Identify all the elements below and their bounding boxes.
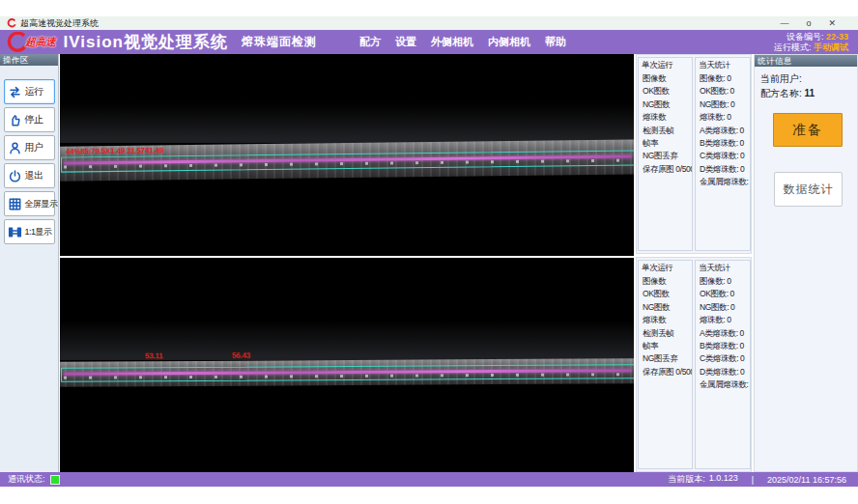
stat-row: B类熔珠数: 0: [696, 137, 750, 150]
measurement-annotation: 56.43: [232, 351, 250, 360]
datetime-value: 2025/02/11 16:57:56: [767, 475, 846, 485]
run-button[interactable]: 运行: [4, 79, 55, 104]
app-subtitle: 熔珠端面检测: [242, 34, 317, 50]
stat-row: 保存原图 0/500: [639, 366, 692, 378]
stat-row: D类熔珠数: 0: [696, 366, 750, 378]
stat-row: NG图丢弃: [639, 150, 692, 162]
stop-button[interactable]: 停止: [4, 107, 55, 132]
os-titlebar: 超高速视觉处理系统 — o ✕: [0, 16, 858, 30]
stat-row: 熔珠数: 0: [696, 111, 750, 124]
stat-row: NG图数: [639, 301, 692, 314]
stats-group-single-run: 单次运行图像数OK图数NG图数熔珠数检测丢帧帧率NG图丢弃保存原图 0/500: [638, 57, 693, 251]
menu-item-outer-camera[interactable]: 外侧相机: [431, 35, 473, 49]
menu-item-recipe[interactable]: 配方: [359, 35, 381, 49]
fullscreen-button[interactable]: 全屏显示: [4, 191, 55, 216]
stat-row: NG图丢弃: [639, 352, 692, 365]
run-icon: [8, 85, 22, 99]
one-to-one-button-label: 1:1显示: [25, 226, 52, 238]
app-header: 超高速 IVision视觉处理系统 熔珠端面检测 配方 设置 外侧相机 内侧相机…: [0, 30, 858, 54]
stat-row: OK图数: 0: [696, 85, 750, 98]
main-menu: 配方 设置 外侧相机 内侧相机 帮助: [359, 35, 566, 49]
stat-row: 帧率: [639, 137, 692, 150]
info-panel-title: 统计信息: [755, 55, 857, 67]
menu-item-inner-camera[interactable]: 内侧相机: [488, 35, 530, 49]
status-separator: |: [752, 475, 754, 485]
stats-group-title: 当天统计: [696, 58, 750, 72]
user-button[interactable]: 用户: [4, 135, 55, 160]
data-statistics-button[interactable]: 数据统计: [774, 172, 843, 207]
stats-group-single-run: 单次运行图像数OK图数NG图数熔珠数检测丢帧帧率NG图丢弃保存原图 0/500: [638, 260, 693, 469]
app-title: IVision视觉处理系统: [64, 31, 228, 53]
stat-row: NG图数: 0: [696, 98, 750, 111]
version-value: 1.0.123: [709, 473, 738, 486]
exit-button-label: 退出: [25, 169, 43, 182]
stat-row: A类熔珠数: 0: [696, 327, 750, 340]
stats-group-title: 单次运行: [639, 261, 692, 275]
stat-row: 金属屑熔珠数: 0: [696, 176, 750, 188]
user-button-label: 用户: [25, 141, 43, 154]
stat-row: A类熔珠数: 0: [696, 125, 750, 137]
maximize-button[interactable]: o: [806, 16, 811, 30]
measurement-annotation: 44%85:79.5X1.49 31.5741.49: [66, 146, 163, 155]
sidebar-title: 操作区: [0, 54, 58, 66]
stat-row: 图像数: [639, 72, 692, 85]
stat-row: 帧率: [639, 340, 692, 352]
recipe-name-row: 配方名称: 11: [760, 86, 851, 100]
user-icon: [8, 141, 22, 155]
brand-logo: 超高速: [4, 32, 56, 53]
fullscreen-grid-icon: [8, 197, 22, 211]
stat-row: 金属屑熔珠数: 0: [696, 378, 750, 391]
device-id-value: 22-33: [826, 32, 848, 42]
stat-row: D类熔珠数: 0: [696, 163, 750, 176]
stat-row: C类熔珠数: 0: [696, 150, 750, 162]
run-mode-label: 运行模式:: [774, 42, 812, 52]
stat-row: NG图数: 0: [696, 301, 750, 314]
stat-row: 检测丢帧: [639, 327, 692, 340]
menu-item-help[interactable]: 帮助: [545, 35, 566, 49]
minimize-button[interactable]: —: [780, 16, 788, 30]
close-button[interactable]: ✕: [828, 16, 836, 30]
stat-row: OK图数: [639, 85, 692, 98]
image-haze: [60, 102, 634, 143]
statistics-info-panel: 统计信息 当前用户: 配方名称: 11 准备 数据统计: [754, 54, 858, 472]
comm-status-label: 通讯状态:: [8, 473, 45, 486]
weld-bead-strip: 44%85:79.5X1.49 31.5741.49: [60, 139, 634, 181]
stat-row: 图像数: 0: [696, 275, 750, 288]
stat-row: 图像数: [639, 275, 692, 288]
window-title: 超高速视觉处理系统: [20, 17, 99, 30]
current-user-label: 当前用户:: [760, 73, 802, 84]
stat-row: 保存原图 0/500: [639, 163, 692, 176]
recipe-name-value: 11: [805, 88, 815, 98]
comm-status-indicator: [50, 475, 60, 485]
menu-item-settings[interactable]: 设置: [395, 35, 416, 49]
camera-viewport-top[interactable]: 44%85:79.5X1.49 31.5741.49: [60, 54, 634, 256]
camera-viewport-bottom[interactable]: 53.11 56.43: [60, 258, 634, 472]
stats-column: 单次运行图像数OK图数NG图数熔珠数检测丢帧帧率NG图丢弃保存原图 0/500当…: [636, 54, 752, 472]
stat-row: 熔珠数: [639, 111, 692, 124]
stop-button-label: 停止: [25, 113, 43, 126]
fullscreen-button-label: 全屏显示: [25, 198, 58, 210]
stat-row: 图像数: 0: [696, 72, 750, 85]
app-window: 超高速视觉处理系统 — o ✕ 超高速 IVision视觉处理系统 熔珠端面检测…: [0, 0, 858, 504]
recipe-name-label: 配方名称:: [760, 88, 802, 98]
current-user-row: 当前用户:: [760, 71, 851, 86]
stats-group-today: 当天统计图像数: 0OK图数: 0NG图数: 0熔珠数: 0A类熔珠数: 0B类…: [695, 260, 751, 469]
prepare-button[interactable]: 准备: [773, 113, 843, 147]
stop-hand-icon: [8, 113, 22, 127]
stat-row: 检测丢帧: [639, 125, 692, 137]
stat-row: OK图数: [639, 288, 692, 300]
stats-group-today: 当天统计图像数: 0OK图数: 0NG图数: 0熔珠数: 0A类熔珠数: 0B类…: [695, 57, 751, 251]
stats-panel: 单次运行图像数OK图数NG图数熔珠数检测丢帧帧率NG图丢弃保存原图 0/500当…: [636, 257, 752, 472]
stats-group-title: 当天统计: [696, 261, 750, 275]
one-to-one-icon: [8, 225, 22, 239]
exit-button[interactable]: 退出: [4, 163, 55, 188]
stat-row: OK图数: 0: [696, 288, 750, 300]
power-icon: [8, 169, 22, 183]
one-to-one-button[interactable]: 1:1显示: [4, 219, 55, 244]
stat-row: 熔珠数: [639, 314, 692, 326]
version-label: 当前版本:: [668, 473, 705, 486]
stats-panel: 单次运行图像数OK图数NG图数熔珠数检测丢帧帧率NG图丢弃保存原图 0/500当…: [636, 54, 752, 254]
stat-row: C类熔珠数: 0: [696, 352, 750, 365]
app-logo-icon: [7, 18, 16, 28]
stat-row: NG图数: [639, 98, 692, 111]
